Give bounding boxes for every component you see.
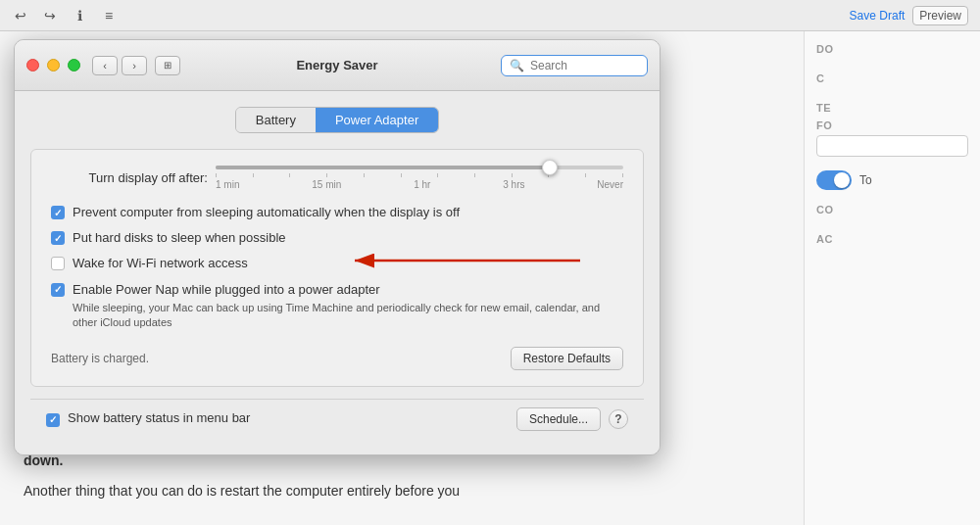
checkbox-hard-disk-label: Put hard disks to sleep when possible xyxy=(73,229,286,247)
checkmark-icon-4: ✓ xyxy=(49,414,57,425)
nav-buttons: ‹ › ⊞ xyxy=(92,56,180,75)
tabs-container: Battery Power Adapter xyxy=(30,107,644,133)
sidebar-fo-input[interactable] xyxy=(816,135,968,157)
checkbox-power-nap-label: Enable Power Nap while plugged into a po… xyxy=(73,281,623,299)
slider-container: 1 min 15 min 1 hr 3 hrs Never xyxy=(216,166,623,190)
back-button[interactable]: ‹ xyxy=(92,56,118,75)
checkbox-wifi-input[interactable] xyxy=(51,257,65,270)
checkbox-wifi-label: Wake for Wi-Fi network access xyxy=(73,255,248,272)
center-area: down. Another thing that you can do is r… xyxy=(0,31,804,525)
sidebar-ac-title: Ac xyxy=(816,233,968,245)
slider-fill xyxy=(216,166,550,169)
redo-icon[interactable]: ↪ xyxy=(41,7,59,24)
slider-ticks xyxy=(216,173,623,177)
checkbox-hard-disk: ✓ Put hard disks to sleep when possible xyxy=(51,229,623,247)
tab-group: Battery Power Adapter xyxy=(235,107,439,133)
menu-icon[interactable]: ≡ xyxy=(100,7,118,24)
sidebar-fo-title: Fo xyxy=(816,119,968,131)
minimize-button[interactable] xyxy=(47,59,60,72)
bg-text-p2: Another thing that you can do is restart… xyxy=(24,480,780,501)
checkbox-power-nap: ✓ Enable Power Nap while plugged into a … xyxy=(51,281,623,331)
right-sidebar: Do C Te Fo To Co Ac xyxy=(804,31,980,525)
sidebar-section-co: Co xyxy=(816,204,968,219)
show-battery-checkbox[interactable]: ✓ xyxy=(46,413,60,427)
sidebar-do-title: Do xyxy=(816,43,968,55)
search-icon: 🔍 xyxy=(510,59,524,72)
battery-status-text: Battery is charged. xyxy=(51,352,149,365)
main-content: down. Another thing that you can do is r… xyxy=(0,31,980,525)
tick-3hrs: 3 hrs xyxy=(503,179,524,190)
checkbox-hard-disk-input[interactable]: ✓ xyxy=(51,231,65,245)
sidebar-toggle[interactable] xyxy=(816,170,852,190)
settings-panel: Turn display off after: xyxy=(30,149,644,387)
sidebar-section-do: Do xyxy=(816,43,968,59)
info-icon[interactable]: ℹ xyxy=(71,7,88,24)
slider-thumb[interactable] xyxy=(542,160,558,175)
maximize-button[interactable] xyxy=(68,59,80,72)
checkbox-wifi: Wake for Wi-Fi network access xyxy=(51,255,623,272)
dialog-titlebar: ‹ › ⊞ Energy Saver 🔍 xyxy=(15,40,660,91)
undo-icon[interactable]: ↩ xyxy=(12,7,29,24)
bottom-row: ✓ Show battery status in menu bar Schedu… xyxy=(30,399,644,439)
checkbox-prevent-sleep-label: Prevent computer from sleeping automatic… xyxy=(73,204,460,221)
bg-text-p1: down. xyxy=(24,453,63,468)
top-bar-right: Save Draft Preview xyxy=(850,6,968,25)
toggle-thumb xyxy=(834,172,850,188)
tab-battery[interactable]: Battery xyxy=(236,108,316,132)
slider-label: Turn display off after: xyxy=(51,170,208,185)
slider-track[interactable] xyxy=(216,166,623,169)
sidebar-to-text: To xyxy=(859,173,872,187)
dialog-title: Energy Saver xyxy=(296,58,377,72)
forward-button[interactable]: › xyxy=(122,56,147,75)
search-box: 🔍 xyxy=(501,55,648,76)
top-bar-icons: ↩ ↪ ℹ ≡ xyxy=(12,7,118,24)
slider-tick-labels: 1 min 15 min 1 hr 3 hrs Never xyxy=(216,179,623,190)
tick-never: Never xyxy=(597,179,623,190)
slider-row: Turn display off after: xyxy=(51,166,623,190)
sidebar-section-toggle: To xyxy=(816,170,968,190)
schedule-button[interactable]: Schedule... xyxy=(516,407,601,431)
sidebar-section-c: C xyxy=(816,72,968,88)
checkbox-power-nap-sublabel: While sleeping, your Mac can back up usi… xyxy=(73,301,623,331)
help-button[interactable]: ? xyxy=(609,409,628,429)
checkbox-power-nap-input[interactable]: ✓ xyxy=(51,283,65,297)
preview-button[interactable]: Preview xyxy=(912,6,968,25)
top-bar: ↩ ↪ ℹ ≡ Save Draft Preview xyxy=(0,0,980,31)
checkbox-prevent-sleep-input[interactable]: ✓ xyxy=(51,206,65,219)
tick-15min: 15 min xyxy=(312,179,341,190)
sidebar-toggle-row: To xyxy=(816,170,968,190)
show-battery-label: Show battery status in menu bar xyxy=(68,409,250,427)
checkbox-prevent-sleep: ✓ Prevent computer from sleeping automat… xyxy=(51,204,623,221)
checkmark-icon-3: ✓ xyxy=(54,284,62,295)
bottom-buttons: Schedule... ? xyxy=(516,407,628,431)
traffic-lights xyxy=(26,59,80,72)
sidebar-co-title: Co xyxy=(816,204,968,215)
show-battery-row: ✓ Show battery status in menu bar xyxy=(46,409,509,427)
energy-saver-dialog: ‹ › ⊞ Energy Saver 🔍 Battery Power Adapt… xyxy=(14,39,661,455)
tick-1hr: 1 hr xyxy=(414,179,430,190)
tick-1min: 1 min xyxy=(216,179,239,190)
checkmark-icon-2: ✓ xyxy=(54,233,62,244)
restore-defaults-button[interactable]: Restore Defaults xyxy=(511,347,623,370)
sidebar-section-ac: Ac xyxy=(816,233,968,249)
search-input[interactable] xyxy=(530,59,639,72)
dialog-body: Battery Power Adapter Turn display off a… xyxy=(15,91,660,454)
grid-view-button[interactable]: ⊞ xyxy=(155,56,180,75)
sidebar-c-title: C xyxy=(816,72,968,84)
checkmark-icon: ✓ xyxy=(54,208,62,218)
sidebar-te-title: Te xyxy=(816,102,968,114)
close-button[interactable] xyxy=(26,59,39,72)
battery-status-row: Battery is charged. Restore Defaults xyxy=(51,347,623,370)
save-draft-link[interactable]: Save Draft xyxy=(850,9,906,23)
tab-power-adapter[interactable]: Power Adapter xyxy=(316,108,438,132)
sidebar-section-te: Te Fo xyxy=(816,102,968,157)
